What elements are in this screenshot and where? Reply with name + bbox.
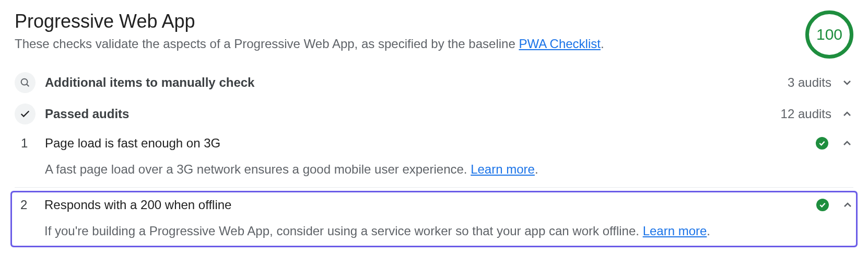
pwa-checklist-link[interactable]: PWA Checklist	[519, 37, 600, 51]
category-header: Progressive Web App These checks validat…	[15, 10, 853, 59]
manual-section-label: Additional items to manually check	[45, 75, 788, 90]
audit-row-toggle[interactable]: 2 Responds with a 200 when offline	[14, 198, 854, 212]
audit-desc-text: A fast page load over a 3G network ensur…	[45, 162, 471, 176]
score-value: 100	[816, 26, 842, 43]
passed-badge-icon	[816, 137, 828, 150]
chevron-up-icon	[841, 108, 853, 120]
search-icon	[15, 72, 36, 93]
audit-title: Page load is fast enough on 3G	[45, 136, 816, 151]
svg-line-1	[27, 84, 29, 86]
audit-desc-suffix: .	[535, 162, 538, 176]
audit-index: 1	[15, 136, 45, 151]
learn-more-link[interactable]: Learn more	[471, 162, 535, 176]
audit-index: 2	[14, 198, 44, 212]
audit-row-toggle[interactable]: 1 Page load is fast enough on 3G	[15, 136, 853, 151]
category-title: Progressive Web App	[15, 10, 795, 32]
score-gauge: 100	[805, 10, 853, 59]
audit-item-highlighted: 2 Responds with a 200 when offline If yo…	[10, 191, 858, 247]
svg-point-0	[21, 79, 28, 85]
check-icon	[15, 104, 36, 124]
audit-description: A fast page load over a 3G network ensur…	[15, 151, 853, 177]
chevron-down-icon	[841, 76, 853, 89]
subtitle-suffix: .	[601, 37, 604, 51]
audit-item: 1 Page load is fast enough on 3G A fast …	[15, 131, 853, 184]
manual-checks-section-header[interactable]: Additional items to manually check 3 aud…	[15, 68, 853, 99]
subtitle-prefix: These checks validate the aspects of a P…	[15, 37, 519, 51]
audit-desc-suffix: .	[707, 224, 710, 238]
passed-audits-section-header[interactable]: Passed audits 12 audits	[15, 99, 853, 131]
divider	[15, 187, 853, 188]
manual-section-count: 3 audits	[788, 75, 831, 90]
passed-section-label: Passed audits	[45, 107, 781, 121]
chevron-up-icon	[841, 199, 854, 211]
chevron-up-icon	[841, 137, 853, 150]
audit-description: If you're building a Progressive Web App…	[14, 212, 854, 238]
learn-more-link[interactable]: Learn more	[643, 224, 707, 238]
audit-title: Responds with a 200 when offline	[44, 198, 816, 212]
audit-desc-text: If you're building a Progressive Web App…	[44, 224, 643, 238]
header-text-block: Progressive Web App These checks validat…	[15, 10, 795, 51]
passed-badge-icon	[816, 199, 829, 211]
passed-section-count: 12 audits	[781, 107, 831, 121]
category-subtitle: These checks validate the aspects of a P…	[15, 37, 795, 51]
